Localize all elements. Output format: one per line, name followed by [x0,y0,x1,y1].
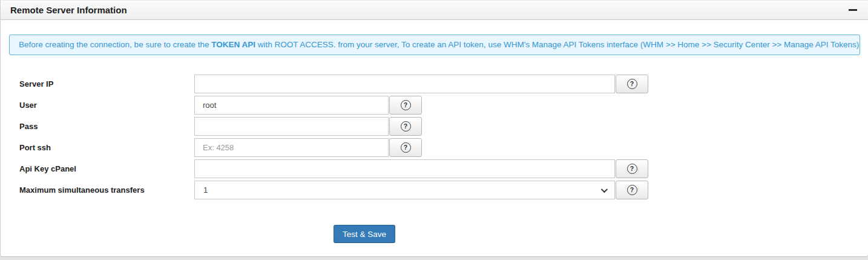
page: Remote Server Information Before creatin… [0,0,868,260]
user-help-button[interactable]: ? [389,96,422,115]
api-key-help-button[interactable]: ? [616,159,648,178]
question-circle-icon: ? [627,164,637,174]
select-selected-value: 1 [203,185,208,195]
port-ssh-input[interactable] [194,138,389,157]
control-group: ? [194,96,422,115]
field-row-api-key: Api Key cPanel ? [1,159,868,178]
remote-server-form: Server IP ? User ? Pass [1,75,868,243]
remote-server-panel: Remote Server Information Before creatin… [0,0,868,257]
field-row-port-ssh: Port ssh ? [1,138,868,157]
alert-text-start: Before creating the connection, be sure … [19,40,211,49]
field-label-server-ip: Server IP [19,79,194,88]
alert-text-end: with ROOT ACCESS. from your server, To c… [255,40,860,49]
server-ip-help-button[interactable]: ? [616,75,648,93]
question-circle-icon: ? [401,121,411,132]
user-input[interactable] [194,96,389,115]
field-label-pass: Pass [19,122,194,131]
control-group: ? [194,159,648,178]
panel-title: Remote Server Information [10,5,127,15]
field-label-max-transfers: Maximum simultaneous transfers [19,185,194,195]
minus-icon [849,9,857,11]
port-ssh-help-button[interactable]: ? [389,138,422,157]
alert-text-bold: TOKEN API [211,40,255,49]
field-row-max-transfers: Maximum simultaneous transfers 1 ? [1,181,868,199]
pass-help-button[interactable]: ? [389,117,422,136]
collapse-button[interactable] [847,7,858,13]
chevron-down-icon [601,185,608,192]
question-circle-icon: ? [627,185,637,195]
question-circle-icon: ? [401,142,411,153]
question-circle-icon: ? [627,79,637,89]
field-row-user: User ? [1,96,868,115]
field-row-server-ip: Server IP ? [1,75,868,93]
panel-header: Remote Server Information [1,1,868,20]
field-label-user: User [19,101,194,110]
field-label-port-ssh: Port ssh [19,143,194,152]
max-transfers-select[interactable]: 1 [194,181,615,199]
field-label-api-key: Api Key cPanel [19,164,194,173]
control-group: ? [194,138,422,157]
test-save-button[interactable]: Test & Save [334,225,395,243]
control-group: ? [194,117,422,136]
pass-input[interactable] [194,117,389,136]
api-key-input[interactable] [194,159,615,178]
info-alert: Before creating the connection, be sure … [9,35,860,55]
max-transfers-help-button[interactable]: ? [616,181,648,199]
field-row-pass: Pass ? [1,117,868,136]
question-circle-icon: ? [401,100,411,110]
control-group: 1 ? [194,181,648,199]
server-ip-input[interactable] [194,75,615,93]
control-group: ? [194,75,648,93]
submit-row: Test & Save [1,225,868,243]
